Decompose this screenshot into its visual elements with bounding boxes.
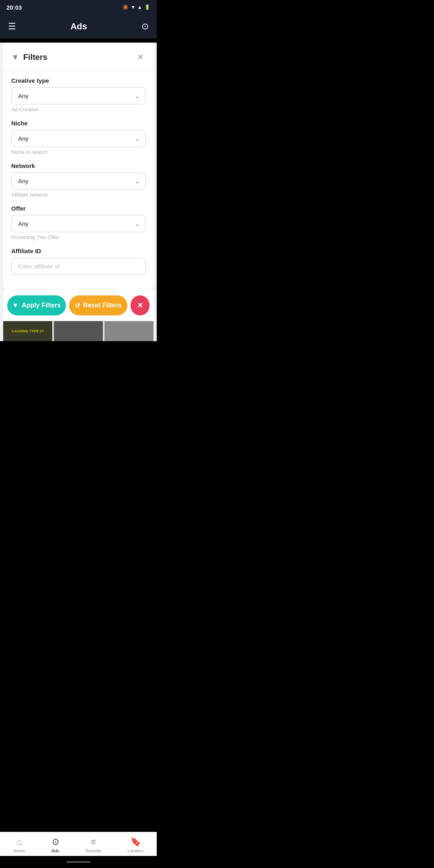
signal-icon: ▲ <box>137 4 142 10</box>
offer-select[interactable]: Any <box>11 215 145 232</box>
battery-icon: 🔋 <box>144 4 150 10</box>
close-x-icon: ✕ <box>137 301 143 310</box>
close-filters-button[interactable]: ✕ <box>131 295 149 315</box>
thumb-3 <box>104 321 154 341</box>
offer-select-wrapper: Any ⌄ <box>11 215 145 232</box>
affiliate-id-section: Affiliate ID <box>11 248 145 275</box>
offer-section: Offer Any ⌄ Promoting This Offer <box>11 205 145 240</box>
creative-type-section: Creative type Any Banner Video Native Pu… <box>11 77 145 113</box>
thumb-1: CAUSING TYPE 2? <box>3 321 52 341</box>
status-bar: 20:03 🔕 ▼ ▲ 🔋 <box>0 0 157 14</box>
creative-type-label: Creative type <box>11 77 145 84</box>
filter-funnel-icon: ▼ <box>11 53 19 62</box>
offer-hint: Promoting This Offer <box>11 234 145 240</box>
reset-icon: ↺ <box>75 302 80 309</box>
filter-close-button[interactable]: ✕ <box>135 51 145 63</box>
reset-filters-label: Reset Filters <box>83 302 122 309</box>
network-select[interactable]: Any CJ ShareASale Rakuten ClickBank <box>11 172 145 190</box>
niche-select-wrapper: Any Health Finance Dating Gaming eCommer… <box>11 130 145 147</box>
niche-hint: Niche to search <box>11 149 145 155</box>
affiliate-id-input[interactable] <box>11 258 145 275</box>
affiliate-id-label: Affiliate ID <box>11 248 145 254</box>
apply-filters-button[interactable]: ▼ Apply Filters <box>7 295 66 315</box>
wifi-icon: ▼ <box>131 4 135 10</box>
status-time: 20:03 <box>6 4 22 11</box>
bell-muted-icon: 🔕 <box>123 4 129 10</box>
status-icons: 🔕 ▼ ▲ 🔋 <box>123 4 150 10</box>
thumb-2 <box>54 321 103 341</box>
network-hint: Affiliate network <box>11 192 145 198</box>
page-title: Ads <box>70 21 87 32</box>
filter-body: Creative type Any Banner Video Native Pu… <box>3 70 154 289</box>
network-label: Network <box>11 162 145 169</box>
filter-header: ▼ Filters ✕ <box>3 43 154 70</box>
niche-label: Niche <box>11 120 145 127</box>
apply-filter-icon: ▼ <box>12 302 18 309</box>
niche-section: Niche Any Health Finance Dating Gaming e… <box>11 120 145 155</box>
filter-sheet: ▼ Filters ✕ Creative type Any Banner Vid… <box>3 43 154 289</box>
creative-type-select-wrapper: Any Banner Video Native Push ⌄ <box>11 87 145 104</box>
menu-icon[interactable]: ☰ <box>8 21 16 32</box>
apply-filters-label: Apply Filters <box>22 302 61 309</box>
top-nav: ☰ Ads ⊙ <box>0 14 157 39</box>
network-section: Network Any CJ ShareASale Rakuten ClickB… <box>11 162 145 198</box>
reset-filters-button[interactable]: ↺ Reset Filters <box>69 295 128 315</box>
filter-title: Filters <box>23 53 47 62</box>
creative-type-select[interactable]: Any Banner Video Native Push <box>11 87 145 104</box>
offer-label: Offer <box>11 205 145 212</box>
thumbnail-strip: CAUSING TYPE 2? <box>3 321 154 341</box>
main-content: ▼ Filters ✕ Creative type Any Banner Vid… <box>0 43 157 341</box>
search-icon[interactable]: ⊙ <box>141 21 149 32</box>
niche-select[interactable]: Any Health Finance Dating Gaming eCommer… <box>11 130 145 147</box>
network-select-wrapper: Any CJ ShareASale Rakuten ClickBank ⌄ <box>11 172 145 190</box>
filter-actions: ▼ Apply Filters ↺ Reset Filters ✕ <box>3 289 154 321</box>
filter-title-group: ▼ Filters <box>11 53 47 62</box>
creative-type-hint: Ad Creative <box>11 106 145 113</box>
